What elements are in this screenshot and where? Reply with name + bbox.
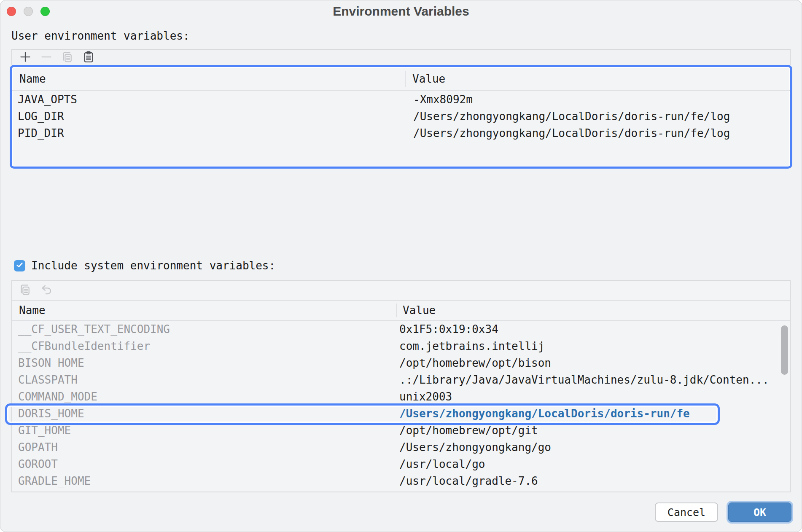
paste-button[interactable] — [78, 51, 99, 65]
table-row[interactable]: GIT_HOME /opt/homebrew/opt/git — [12, 422, 790, 439]
column-header-name: Name — [12, 73, 405, 85]
checkmark-icon — [16, 261, 24, 271]
include-system-vars-checkbox[interactable] — [14, 260, 25, 271]
column-header-name: Name — [12, 304, 396, 317]
add-button[interactable] — [15, 51, 36, 65]
ok-button[interactable]: OK — [728, 502, 791, 522]
include-system-vars-row: Include system environment variables: — [14, 259, 275, 272]
table-row[interactable]: COMMAND_MODE unix2003 — [12, 388, 790, 405]
table-row[interactable]: PID_DIR /Users/zhongyongkang/LocalDoris/… — [12, 125, 790, 142]
window-title: Environment Variables — [0, 4, 802, 19]
paste-icon — [82, 51, 95, 65]
user-table-header: Name Value — [12, 67, 790, 91]
table-row[interactable]: JAVA_OPTS -Xmx8092m — [12, 91, 790, 108]
system-vars-toolbar — [12, 281, 790, 301]
system-table-header: Name Value — [12, 301, 790, 321]
cancel-button[interactable]: Cancel — [655, 502, 718, 522]
include-system-vars-label: Include system environment variables: — [31, 259, 275, 272]
column-header-value: Value — [396, 304, 790, 317]
remove-button[interactable] — [36, 51, 57, 65]
user-vars-label: User environment variables: — [11, 30, 190, 42]
table-row[interactable]: __CF_USER_TEXT_ENCODING 0x1F5:0x19:0x34 — [12, 321, 790, 338]
environment-variables-dialog: Environment Variables User environment v… — [0, 0, 802, 532]
table-row[interactable]: LOG_DIR /Users/zhongyongkang/LocalDoris/… — [12, 108, 790, 125]
user-vars-toolbar — [11, 49, 791, 65]
add-icon — [19, 51, 32, 65]
undo-button[interactable] — [36, 283, 57, 298]
table-row[interactable]: CLASSPATH .:/Library/Java/JavaVirtualMac… — [12, 371, 790, 388]
user-vars-table: Name Value JAVA_OPTS -Xmx8092m LOG_DIR /… — [10, 65, 792, 169]
undo-icon — [40, 283, 53, 298]
copy-button[interactable] — [57, 51, 78, 65]
table-row-doris-home[interactable]: DORIS_HOME /Users/zhongyongkang/LocalDor… — [12, 405, 790, 422]
table-row[interactable]: GRADLE_HOME /usr/local/gradle-7.6 — [12, 473, 790, 489]
column-header-value: Value — [405, 71, 790, 87]
copy-icon — [19, 283, 32, 298]
table-row[interactable]: BISON_HOME /opt/homebrew/opt/bison — [12, 355, 790, 371]
vertical-scrollbar-thumb[interactable] — [781, 325, 788, 375]
remove-icon — [40, 51, 53, 65]
system-vars-panel: Name Value __CF_USER_TEXT_ENCODING 0x1F5… — [11, 280, 791, 492]
copy-icon — [61, 51, 74, 65]
copy-button[interactable] — [15, 283, 36, 298]
table-row[interactable]: GOROOT /usr/local/go — [12, 456, 790, 473]
table-row[interactable]: __CFBundleIdentifier com.jetbrains.intel… — [12, 338, 790, 355]
table-row[interactable]: GOPATH /Users/zhongyongkang/go — [12, 439, 790, 456]
